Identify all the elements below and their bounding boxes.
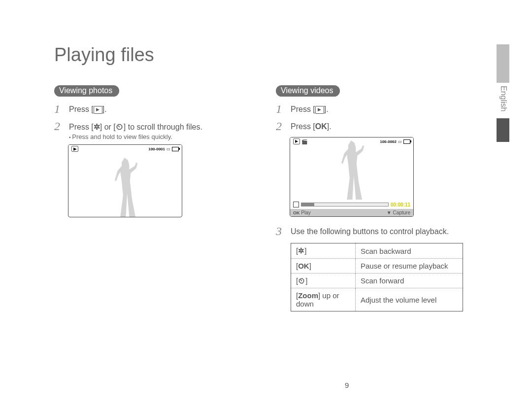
battery-icon <box>172 147 179 151</box>
table-cell-button: [Zoom] up or down <box>291 288 356 311</box>
card-icon: ▭ <box>166 147 170 151</box>
timer-icon: ⏲ <box>116 123 124 131</box>
playback-mode-icon: ▶ <box>71 146 78 152</box>
table-cell-button: [OK] <box>291 259 356 274</box>
heading-viewing-photos: Viewing photos <box>54 85 119 97</box>
playback-icon: ▶ <box>94 106 102 114</box>
ok-icon: OK <box>315 122 327 131</box>
step-subtext: Press and hold to view files quickly. <box>69 133 202 140</box>
video-mode-icon: 🎬 <box>301 139 307 144</box>
capture-label: Capture <box>393 210 410 215</box>
video-controls: 00:00:11 OK Play ▼ Capture <box>290 200 413 216</box>
language-tab: English <box>497 44 509 142</box>
step-text: Press [▶]. <box>69 103 107 116</box>
step-text: Press [OK]. <box>291 120 332 133</box>
videos-steps: 1 Press [▶]. 2 Press [OK]. <box>276 103 473 133</box>
photo-screenshot: ▶ 100-0001 ▭ <box>68 144 182 217</box>
stop-icon <box>293 202 299 207</box>
heading-viewing-videos: Viewing videos <box>276 85 340 97</box>
page-title: Playing files <box>54 44 483 66</box>
silhouette <box>334 140 369 200</box>
progress-bar <box>301 203 389 206</box>
manual-page: Playing files Viewing photos 1 Press [▶]… <box>0 0 532 336</box>
step-number: 1 <box>276 103 291 116</box>
right-column: Viewing videos 1 Press [▶]. 2 Press [OK]… <box>276 85 473 311</box>
table-row: [Zoom] up or down Adjust the volume leve… <box>291 288 463 311</box>
table-cell-button: [✲] <box>291 243 356 259</box>
ok-icon: OK <box>298 262 309 270</box>
timer-icon: ⏲ <box>298 276 305 285</box>
table-cell-action: Scan forward <box>356 274 463 288</box>
playback-mode-icon: ▶ <box>293 138 300 144</box>
step-number: 3 <box>276 225 291 238</box>
playback-icon: ▶ <box>315 106 324 114</box>
table-cell-action: Scan backward <box>356 243 463 259</box>
flash-icon: ✲ <box>94 123 100 131</box>
play-label: Play <box>301 210 310 215</box>
card-icon: ▭ <box>398 139 402 144</box>
silhouette <box>108 158 142 217</box>
file-counter: 100-0001 <box>148 147 165 151</box>
table-row: [⏲] Scan forward <box>291 274 463 288</box>
battery-icon <box>403 139 410 144</box>
controls-table: [✲] Scan backward [OK] Pause or resume p… <box>291 243 463 311</box>
table-cell-action: Pause or resume playback <box>356 259 463 274</box>
table-row: [OK] Pause or resume playback <box>291 259 463 274</box>
step-number: 2 <box>276 120 291 133</box>
file-counter: 100-0002 <box>380 139 397 144</box>
photos-steps: 1 Press [▶]. 2 Press [✲] or [⏲] to scrol… <box>54 103 251 140</box>
page-number: 9 <box>345 381 349 389</box>
left-column: Viewing photos 1 Press [▶]. 2 Press [✲] … <box>54 85 251 311</box>
videos-steps-2: 3 Use the following buttons to control p… <box>276 225 473 238</box>
step-text: Use the following buttons to control pla… <box>291 225 449 238</box>
table-cell-action: Adjust the volume level <box>356 288 463 311</box>
step-text: Press [▶]. <box>291 103 329 116</box>
flash-icon: ✲ <box>298 246 304 255</box>
elapsed-time: 00:00:11 <box>391 202 410 207</box>
columns: Viewing photos 1 Press [▶]. 2 Press [✲] … <box>54 85 483 311</box>
language-label: English <box>497 83 509 118</box>
step-number: 2 <box>54 120 69 140</box>
step-number: 1 <box>54 103 69 116</box>
video-screenshot: ▶ 🎬 100-0002 ▭ 00:00:11 <box>290 137 414 217</box>
table-cell-button: [⏲] <box>291 274 356 288</box>
step-text: Press [✲] or [⏲] to scroll through files… <box>69 120 202 140</box>
table-row: [✲] Scan backward <box>291 243 463 259</box>
